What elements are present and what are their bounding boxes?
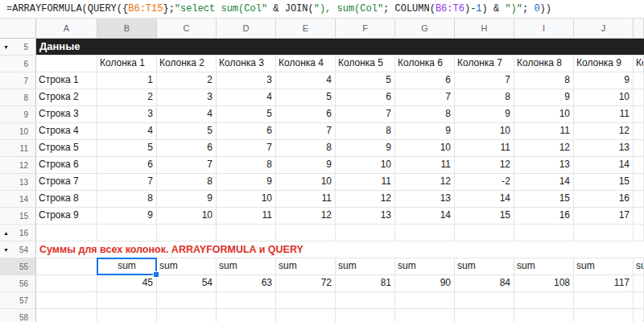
cell[interactable]: sum [217, 258, 276, 275]
cell[interactable] [634, 72, 644, 89]
cell[interactable]: 17 [574, 208, 634, 225]
cell[interactable]: 10 [574, 89, 634, 106]
cell[interactable]: 13 [514, 157, 574, 174]
cell[interactable] [634, 123, 644, 140]
cell[interactable]: 54 [157, 275, 217, 292]
cell[interactable] [634, 174, 644, 191]
cell[interactable]: Строка 3 [36, 106, 97, 123]
cell[interactable]: 5 [217, 106, 276, 123]
row-header[interactable]: 7 [0, 72, 36, 89]
cell[interactable] [217, 292, 276, 309]
group-collapse-icon[interactable]: ▼ [3, 44, 9, 50]
row-header[interactable]: 58 [0, 309, 36, 322]
cell[interactable]: 3 [157, 89, 217, 106]
cell[interactable] [36, 309, 97, 322]
cell[interactable]: 8 [395, 106, 455, 123]
cell[interactable] [336, 292, 395, 309]
row-header[interactable]: 57 [0, 292, 36, 309]
cell[interactable]: 11 [455, 140, 514, 157]
cell[interactable]: Строка 8 [36, 191, 97, 208]
cell[interactable]: 9 [217, 174, 276, 191]
cell[interactable]: sum [634, 258, 644, 275]
cell[interactable]: Колонка 4 [276, 56, 336, 72]
cell[interactable]: 14 [574, 157, 634, 174]
cell[interactable] [634, 275, 644, 292]
cell[interactable]: 13 [395, 191, 455, 208]
cell[interactable]: 9 [276, 157, 336, 174]
column-header[interactable]: J [574, 19, 634, 39]
row-header[interactable]: ▼5 [0, 39, 36, 56]
row-header[interactable]: 10 [0, 123, 36, 140]
cell[interactable]: 4 [97, 123, 157, 140]
cell[interactable]: 9 [157, 191, 217, 208]
row-header[interactable]: 6 [0, 56, 36, 72]
cell[interactable] [634, 309, 644, 322]
cell[interactable]: 6 [157, 140, 217, 157]
column-header[interactable]: I [514, 19, 574, 39]
cell[interactable]: 12 [395, 174, 455, 191]
cell[interactable]: 10 [395, 140, 455, 157]
column-header[interactable]: F [336, 19, 395, 39]
cell[interactable] [395, 225, 455, 242]
cell[interactable]: 108 [514, 275, 574, 292]
cell[interactable] [157, 292, 217, 309]
cell[interactable]: Колонка 2 [157, 56, 217, 72]
cell[interactable]: Строка 7 [36, 174, 97, 191]
cell[interactable]: 5 [336, 72, 395, 89]
cell[interactable]: 4 [276, 72, 336, 89]
cell[interactable]: sum [157, 258, 217, 275]
cell[interactable]: Строка 4 [36, 123, 97, 140]
cell[interactable]: 84 [455, 275, 514, 292]
cell[interactable] [634, 106, 644, 123]
cell[interactable]: 9 [395, 123, 455, 140]
cell[interactable] [455, 292, 514, 309]
cell[interactable]: 10 [276, 174, 336, 191]
cell[interactable] [276, 309, 336, 322]
cell[interactable]: Колонка 10 [634, 56, 644, 72]
cell[interactable] [574, 292, 634, 309]
column-header[interactable] [634, 19, 644, 39]
cell[interactable] [634, 225, 644, 242]
cell[interactable]: 11 [336, 174, 395, 191]
cell[interactable]: sum [336, 258, 395, 275]
cell[interactable] [455, 225, 514, 242]
cell[interactable] [574, 225, 634, 242]
cell[interactable]: 2 [157, 72, 217, 89]
cell[interactable]: 12 [574, 123, 634, 140]
cell[interactable] [217, 225, 276, 242]
cell[interactable]: 9 [336, 140, 395, 157]
cell[interactable] [395, 309, 455, 322]
cell[interactable]: Колонка 3 [217, 56, 276, 72]
cell[interactable]: 7 [395, 89, 455, 106]
group-end-icon[interactable]: ▲ [3, 230, 9, 236]
cell[interactable]: 16 [514, 208, 574, 225]
column-header[interactable]: C [157, 19, 217, 39]
cell[interactable] [336, 309, 395, 322]
cell[interactable]: 9 [97, 208, 157, 225]
cell[interactable] [574, 309, 634, 322]
select-all-corner[interactable] [0, 19, 36, 39]
cell[interactable]: 13 [336, 208, 395, 225]
row-header[interactable]: 55 [0, 258, 36, 275]
cell[interactable]: sum [574, 258, 634, 275]
cell[interactable]: 12 [455, 157, 514, 174]
cell[interactable]: 8 [455, 89, 514, 106]
cell[interactable]: Колонка 1 [97, 56, 157, 72]
cell[interactable] [36, 225, 97, 242]
cell[interactable] [634, 208, 644, 225]
column-header[interactable]: G [395, 19, 455, 39]
cell[interactable]: Колонка 6 [395, 56, 455, 72]
cell[interactable]: 10 [336, 157, 395, 174]
cell[interactable] [336, 225, 395, 242]
cell[interactable]: 7 [157, 157, 217, 174]
cell[interactable]: 14 [514, 174, 574, 191]
cell[interactable]: 12 [336, 191, 395, 208]
cell[interactable]: 117 [574, 275, 634, 292]
cell[interactable]: Строка 9 [36, 208, 97, 225]
cell[interactable]: 5 [97, 140, 157, 157]
cell[interactable]: Колонка 9 [574, 56, 634, 72]
cell[interactable] [36, 258, 97, 275]
cell[interactable] [36, 292, 97, 309]
cell[interactable] [514, 309, 574, 322]
cell[interactable]: 10 [514, 106, 574, 123]
